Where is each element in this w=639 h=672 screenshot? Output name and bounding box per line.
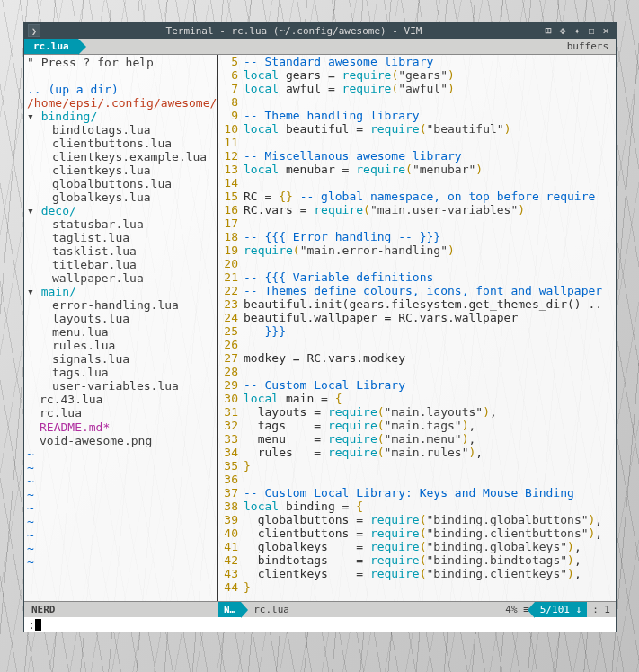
nerdtree-file[interactable]: titlebar.lua (27, 258, 214, 271)
pin-icon[interactable]: ✦ (571, 24, 583, 37)
titlebar-menu-icon[interactable]: ❯ (28, 24, 40, 37)
nerdtree-file[interactable]: bindtotags.lua (27, 123, 214, 137)
window-title: Terminal - rc.lua (~/.config/awesome) - … (46, 25, 542, 37)
titlebar: ❯ Terminal - rc.lua (~/.config/awesome) … (24, 22, 616, 39)
nerdtree-tilde: ~ (27, 542, 214, 555)
nerdtree-file[interactable]: rules.lua (27, 339, 214, 352)
status-line-pos: 5/101 ↓ (535, 602, 587, 617)
status-mode: N… (218, 602, 241, 617)
terminal-window: ❯ Terminal - rc.lua (~/.config/awesome) … (23, 22, 617, 632)
status-nerd-label: NERD (24, 604, 218, 615)
nerdtree-file[interactable]: taglist.lua (27, 231, 214, 244)
nerdtree-file[interactable]: void-awesome.png (27, 434, 214, 447)
nerdtree-dir[interactable]: ▾ main/ (27, 285, 214, 298)
window-controls: ⊞ ✥ ✦ ☐ ✕ (542, 24, 612, 37)
nerdtree-file[interactable]: signals.lua (27, 352, 214, 366)
command-line[interactable]: : (24, 617, 616, 632)
nerdtree-file[interactable]: menu.lua (27, 325, 214, 339)
tab-active[interactable]: rc.lua (24, 39, 78, 54)
nerdtree-dir[interactable]: ▾ deco/ (27, 204, 214, 217)
editor-area: " Press ? for help .. (up a dir)/home/ep… (24, 55, 616, 601)
nerdtree-file[interactable]: tasklist.lua (27, 244, 214, 258)
tab-buffers[interactable]: buffers (560, 39, 616, 54)
nerdtree-tilde: ~ (27, 501, 214, 515)
nerdtree-file[interactable]: clientkeys.lua (27, 164, 214, 177)
nerdtree-tilde: ~ (27, 528, 214, 542)
nerdtree-file[interactable]: error-handling.lua (27, 298, 214, 312)
nerdtree-help: " Press ? for help (27, 56, 214, 69)
cursor-icon (35, 619, 41, 631)
nerdtree-tilde: ~ (27, 515, 214, 528)
nerdtree-file[interactable]: globalbuttons.lua (27, 177, 214, 190)
code-content[interactable]: -- Standard awesome librarylocal gears =… (244, 55, 616, 601)
close-icon[interactable]: ✕ (599, 24, 612, 37)
status-filename: rc.lua (241, 604, 505, 615)
nerdtree-tilde: ~ (27, 461, 214, 474)
code-pane[interactable]: 5678910111213141516171819202122232425262… (218, 55, 616, 601)
line-number-gutter: 5678910111213141516171819202122232425262… (218, 55, 244, 601)
nerdtree-file[interactable]: layouts.lua (27, 312, 214, 325)
tab-bar: rc.lua buffers (24, 39, 616, 55)
status-bar: NERD N… rc.lua 4% ≡ 5/101 ↓ : 1 (24, 601, 616, 617)
nerdtree-file[interactable]: tags.lua (27, 366, 214, 379)
cmd-prefix: : (28, 618, 35, 632)
nerdtree-root-path[interactable]: /home/epsi/.config/awesome/ (27, 96, 214, 110)
nerdtree-file[interactable]: wallpaper.lua (27, 271, 214, 285)
nerdtree-file[interactable]: rc.43.lua (27, 393, 214, 406)
move-icon[interactable]: ✥ (556, 24, 569, 37)
nerdtree-tilde: ~ (27, 555, 214, 569)
nerdtree-file[interactable]: clientbuttons.lua (27, 137, 214, 150)
nerdtree-tilde: ~ (27, 474, 214, 488)
nerdtree-file[interactable]: globalkeys.lua (27, 190, 214, 204)
nerdtree-file[interactable]: user-variables.lua (27, 379, 214, 393)
nerdtree-file[interactable]: clientkeys.example.lua (27, 150, 214, 164)
nerdtree-dir[interactable]: ▾ binding/ (27, 110, 214, 123)
nerdtree-up-dir[interactable]: .. (up a dir) (27, 83, 214, 96)
nerdtree-file[interactable]: statusbar.lua (27, 217, 214, 231)
nerdtree-pane[interactable]: " Press ? for help .. (up a dir)/home/ep… (24, 55, 218, 601)
nerdtree-current-file[interactable]: rc.lua (27, 406, 214, 420)
status-col: : 1 (587, 602, 616, 617)
nerdtree-tilde: ~ (27, 488, 214, 501)
nerdtree-readme[interactable]: README.md* (27, 420, 214, 434)
maximize-icon[interactable]: ☐ (585, 24, 598, 37)
nerdtree-tilde: ~ (27, 447, 214, 461)
grid-icon[interactable]: ⊞ (542, 24, 555, 37)
